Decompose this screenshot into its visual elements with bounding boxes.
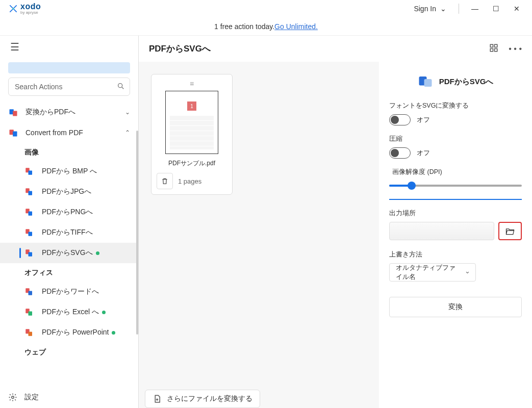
svg-rect-13 [29,232,33,236]
logo-icon [8,4,18,14]
nav-pdf-to-powerpoint[interactable]: PDFから PowerPoint [0,322,138,343]
svg-rect-9 [29,191,33,195]
svg-rect-17 [29,291,33,295]
page-count: 1 pages [178,177,201,185]
label-compress: 圧縮 [389,135,522,143]
maximize-button[interactable]: ☐ [493,5,499,13]
label-overwrite: 上書き方法 [389,250,522,259]
chevron-down-icon: ⌄ [440,5,446,13]
file-icon [24,208,34,217]
svg-rect-5 [13,132,17,137]
nav-pdf-to-tiff[interactable]: PDFからTIFFへ [0,222,138,243]
svg-point-0 [12,8,14,9]
nav-pdf-to-jpg[interactable]: PDFからJPGへ [0,182,138,202]
file-name: PDFサンプル.pdf [168,159,215,168]
svg-point-22 [12,396,14,399]
close-button[interactable]: ✕ [514,5,520,13]
section-web: ウェブ [0,343,138,361]
svg-rect-15 [29,252,33,257]
grid-view-icon[interactable] [489,43,498,55]
scrollbar[interactable] [136,131,138,335]
svg-rect-3 [13,111,17,116]
pdf-svg-icon [418,74,433,89]
label-dpi: 画像解像度 (DPI) [392,168,522,176]
section-image: 画像 [0,143,138,161]
group-convert-to-pdf[interactable]: 変換からPDFへ⌄ [0,102,138,122]
svg-rect-26 [495,48,497,51]
minimize-button[interactable]: — [471,5,478,13]
file-card[interactable]: ≡ 1 PDFサンプル.pdf 1 pages [151,74,233,195]
nav-pdf-to-bmp[interactable]: PDFから BMP へ [0,161,138,182]
file-icon [24,167,34,176]
toggle-font-svg[interactable] [389,114,411,125]
toggle-compress[interactable] [389,147,411,159]
toggle-value: オフ [417,148,430,158]
divider [389,199,522,200]
app-logo: xodoby apryse [4,3,41,15]
section-office: オフィス [0,263,138,282]
file-icon [24,328,34,337]
sidebar-highlight [8,62,130,73]
file-icon [24,187,34,196]
trash-icon [161,177,169,185]
divider [459,4,459,14]
new-dot [96,251,99,255]
file-icon [24,308,34,317]
file-icon [24,248,34,258]
svg-rect-7 [29,171,33,175]
nav-pdf-to-word[interactable]: PDFからワードへ [0,282,138,302]
menu-toggle[interactable]: ☰ [8,39,21,55]
convert-icon [8,128,18,138]
toggle-value: オフ [417,115,430,124]
group-convert-from-pdf[interactable]: Convert from PDF⌃ [0,122,138,143]
file-icon [24,228,34,237]
nav-pdf-to-svg[interactable]: PDFからSVGへ [0,243,138,263]
convert-icon [8,107,18,117]
search-input[interactable] [8,78,130,96]
svg-point-1 [118,84,122,88]
convert-button[interactable]: 変換 [389,297,522,317]
browse-folder-button[interactable] [498,222,522,240]
signin-menu[interactable]: Sign In⌄ [414,5,446,13]
file-icon [24,287,34,296]
search-icon [117,82,125,92]
nav-pdf-to-excel[interactable]: PDFから Excel へ [0,302,138,322]
page-title: PDFからSVGへ [149,43,211,55]
label-font-svg: フォントをSVGに変換する [389,101,522,110]
settings-button[interactable]: 設定 [0,386,138,408]
nav-pdf-to-png[interactable]: PDFからPNGへ [0,202,138,222]
svg-rect-11 [29,212,33,216]
promo-banner: 1 free action today. Go Unlimited. [0,17,532,36]
label-output: 出力場所 [389,209,522,218]
chevron-up-icon: ⌃ [125,129,130,136]
drag-handle-icon[interactable]: ≡ [190,80,194,91]
gear-icon [8,393,17,402]
new-dot [102,311,106,314]
overwrite-select[interactable]: オルタナティブファイル名 [389,263,476,282]
chevron-down-icon: ⌄ [125,109,130,116]
file-thumbnail: 1 [165,91,218,154]
file-plus-icon [153,394,162,403]
svg-rect-21 [29,332,33,336]
more-icon[interactable]: • • • [509,44,522,54]
svg-rect-28 [424,79,432,87]
delete-file-button[interactable] [157,173,173,189]
svg-rect-19 [29,312,33,316]
svg-rect-25 [491,48,493,51]
output-path-input[interactable] [389,222,494,240]
svg-rect-24 [495,44,497,47]
options-title: PDFからSVGへ [439,77,494,87]
dpi-slider[interactable] [389,185,522,187]
go-unlimited-link[interactable]: Go Unlimited. [274,22,318,31]
add-more-files-button[interactable]: さらにファイルを変換する [145,390,260,408]
svg-rect-23 [491,44,493,47]
folder-open-icon [505,226,515,236]
new-dot [112,331,115,335]
